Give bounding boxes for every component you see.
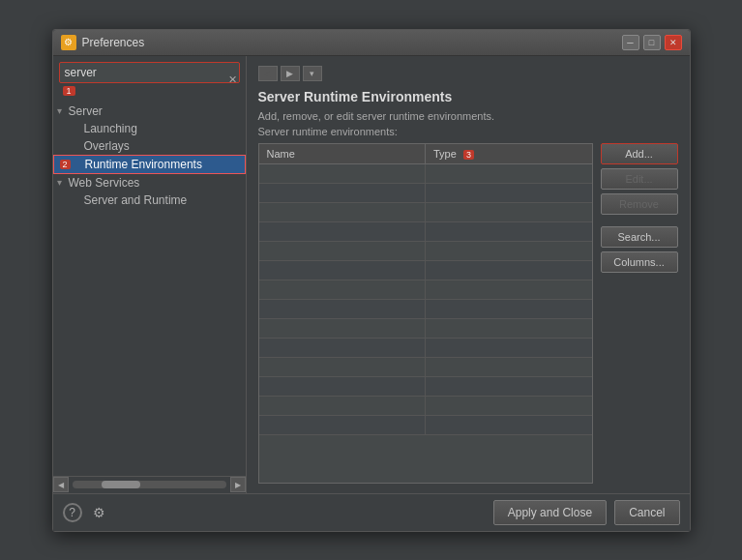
back-button[interactable]: ◀ <box>258 66 278 81</box>
table-row <box>259 242 592 261</box>
runtime-badge: 2 <box>60 160 71 169</box>
tree-arrow-server: ▾ <box>57 105 69 116</box>
bottom-left: ? ⚙ <box>63 503 109 522</box>
panel-title: Server Runtime Environments <box>258 89 678 104</box>
horizontal-scrollbar[interactable]: ◀ ▶ <box>53 476 246 493</box>
tree-item-overlays[interactable]: Overlays <box>53 137 246 155</box>
tree-arrow-launching <box>73 123 84 133</box>
table-row <box>259 261 592 280</box>
panel-description: Add, remove, or edit server runtime envi… <box>258 110 678 122</box>
forward-button[interactable]: ▶ <box>281 66 300 81</box>
tree-label-launching: Launching <box>84 122 137 135</box>
minimize-button[interactable]: ─ <box>622 35 639 50</box>
col-name: Name <box>259 144 427 163</box>
tree-label-runtime: Runtime Environments <box>85 158 202 171</box>
titlebar-left: ⚙ Preferences <box>61 35 145 50</box>
tree-label-server: Server <box>69 104 103 118</box>
nav-arrows: ◀ ▶ ▾ <box>258 66 678 81</box>
remove-button[interactable]: Remove <box>601 193 678 215</box>
table-row <box>259 184 592 203</box>
tree-arrow-overlays <box>73 140 84 151</box>
left-panel: 1 ✕ ▾ Server Launching Overlays <box>53 56 247 493</box>
titlebar: ⚙ Preferences ─ □ ✕ <box>53 30 690 56</box>
window-icon: ⚙ <box>61 35 76 50</box>
tree-label-server-runtime: Server and Runtime <box>84 193 188 207</box>
search-badge: 1 <box>63 86 75 96</box>
tree: ▾ Server Launching Overlays Runtime Envi… <box>53 103 246 476</box>
bottom-bar: ? ⚙ Apply and Close Cancel <box>53 493 690 531</box>
tree-arrow-runtime <box>74 159 85 169</box>
preferences-window: ⚙ Preferences ─ □ ✕ 1 ✕ ▾ Server <box>52 29 691 532</box>
runtime-table: Name Type 3 <box>258 143 593 484</box>
col-type: Type 3 <box>426 144 592 163</box>
tree-item-runtime-environments[interactable]: Runtime Environments 2 <box>53 155 246 174</box>
tree-item-web-services[interactable]: ▾ Web Services <box>53 174 246 192</box>
table-row <box>259 203 592 222</box>
content-area: 1 ✕ ▾ Server Launching Overlays <box>53 56 690 493</box>
bottom-right: Apply and Close Cancel <box>493 500 680 525</box>
table-row <box>259 164 592 184</box>
tree-item-server[interactable]: ▾ Server <box>53 103 246 120</box>
columns-button[interactable]: Columns... <box>601 251 678 273</box>
type-badge: 3 <box>463 150 474 160</box>
table-row <box>259 358 592 377</box>
table-row <box>259 397 592 416</box>
table-row <box>259 377 592 397</box>
dropdown-button[interactable]: ▾ <box>303 66 322 81</box>
search-button[interactable]: Search... <box>601 226 678 248</box>
tree-item-launching[interactable]: Launching <box>53 120 246 137</box>
table-header: Name Type 3 <box>259 144 592 164</box>
table-row <box>259 222 592 242</box>
search-clear-icon[interactable]: ✕ <box>228 73 237 85</box>
cancel-button[interactable]: Cancel <box>614 500 679 525</box>
close-button[interactable]: ✕ <box>665 35 682 50</box>
titlebar-controls: ─ □ ✕ <box>622 35 682 50</box>
tree-arrow-web-services: ▾ <box>57 177 69 188</box>
side-buttons: Add... Edit... Remove Search... Columns.… <box>601 143 678 484</box>
right-panel: ◀ ▶ ▾ Server Runtime Environments Add, r… <box>247 56 690 493</box>
table-row <box>259 339 592 358</box>
panel-subtitle: Server runtime environments: <box>258 126 678 137</box>
apply-close-button[interactable]: Apply and Close <box>493 500 607 525</box>
help-icon[interactable]: ? <box>63 503 82 522</box>
edit-button[interactable]: Edit... <box>601 168 678 190</box>
settings-icon[interactable]: ⚙ <box>90 503 109 522</box>
table-row <box>259 280 592 300</box>
tree-label-web-services: Web Services <box>69 176 140 190</box>
table-row <box>259 300 592 319</box>
search-input[interactable] <box>59 62 240 83</box>
table-row <box>259 319 592 339</box>
maximize-button[interactable]: □ <box>643 35 661 50</box>
scroll-right-arrow[interactable]: ▶ <box>230 477 246 492</box>
tree-label-overlays: Overlays <box>84 139 130 153</box>
search-box: 1 ✕ <box>59 62 240 97</box>
scroll-left-arrow[interactable]: ◀ <box>53 477 69 492</box>
tree-item-server-runtime[interactable]: Server and Runtime <box>53 192 246 209</box>
add-button[interactable]: Add... <box>601 143 678 164</box>
panel-main: Name Type 3 <box>258 143 678 484</box>
scrollbar-thumb[interactable] <box>102 481 140 488</box>
table-row <box>259 416 592 435</box>
scrollbar-track[interactable] <box>73 481 226 488</box>
window-title: Preferences <box>82 36 145 49</box>
table-body <box>259 164 592 483</box>
tree-arrow-server-runtime <box>73 194 84 205</box>
